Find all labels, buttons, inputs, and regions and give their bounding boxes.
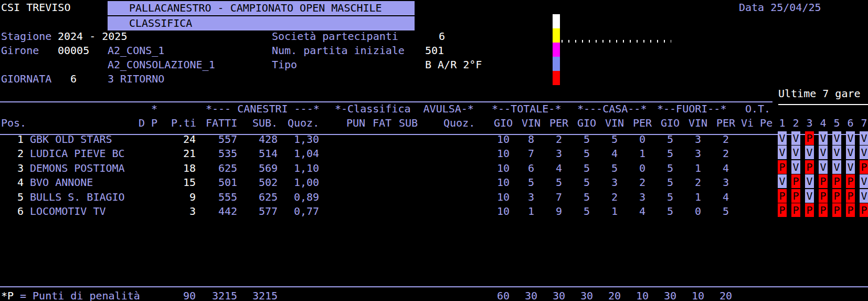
stat-cell: 2 [633, 177, 652, 188]
org-name: CSI TREVISO [1, 2, 70, 13]
subtitle-bar: CLASSIFICA [108, 16, 415, 30]
col-header-g4: 4 [819, 117, 828, 129]
team-name: LOCOMOTIV TV [30, 205, 106, 217]
page-subtitle: CLASSIFICA [129, 17, 192, 29]
quotient-cell: 1,30 [294, 133, 319, 145]
stat-cell: 4 [633, 205, 652, 217]
game-result-cell: P [819, 189, 828, 203]
stat-cell: 0 [689, 205, 707, 217]
conceded-cell: 569 [252, 162, 278, 174]
stat-cell: 0 [633, 162, 652, 174]
game-result-cell: V [832, 131, 841, 145]
game-result-cell: V [791, 146, 800, 159]
tipo-label: Tipo [272, 59, 297, 70]
game-result-cell: V [805, 189, 814, 203]
game-result-cell: V [846, 131, 855, 145]
col-header-pos: Pos. [1, 117, 26, 129]
quotient-cell: 1,10 [294, 162, 319, 174]
stat-cell: 1 [605, 205, 624, 217]
stat-cell: 7 [549, 191, 568, 203]
game-result-cell: V [778, 174, 787, 188]
quotient-cell: 0,89 [294, 191, 319, 203]
table-row: 1 GBK OLD STARS 24 557 428 1,30 10 8 2 5… [0, 131, 868, 146]
stat-cell: 5 [661, 205, 680, 217]
footer-stat-total: 20 [716, 290, 735, 301]
conceded-cell: 514 [252, 148, 278, 159]
legend-swatch-magenta [553, 43, 560, 57]
footer-stat-total: 60 [494, 290, 513, 301]
stat-cell: 10 [494, 162, 513, 174]
col-header-fat: FAT [373, 117, 391, 129]
stat-cell: 3 [605, 177, 624, 188]
col-header-per-casa: PER [633, 117, 652, 129]
footer-stat-total: 30 [549, 290, 568, 301]
quotient-cell: 1,00 [294, 177, 319, 188]
rank-cell: 5 [11, 191, 24, 203]
girone-fullname: A2_CONSOLAZIONE_1 [108, 59, 215, 70]
points-cell: 15 [171, 177, 196, 188]
stat-cell: 3 [522, 191, 541, 203]
footer-stat-total: 30 [661, 290, 680, 301]
stat-cell: 5 [605, 133, 624, 145]
game-result-cell: P [778, 160, 787, 174]
col-header-g3: 3 [805, 117, 814, 129]
footer-sub-total: 3215 [252, 290, 278, 301]
group-header-casa: *---CASA--* [577, 103, 647, 115]
game-result-cell: P [805, 203, 814, 217]
game-result-cell: P [778, 203, 787, 217]
footer-fatti-total: 3215 [212, 290, 237, 301]
col-header-vin-tot: VIN [522, 117, 541, 129]
stat-cell: 3 [689, 133, 707, 145]
game-result-cell: V [860, 131, 868, 145]
col-header-gio-tot: GIO [494, 117, 513, 129]
conceded-cell: 625 [252, 191, 278, 203]
game-result-cell: V [805, 174, 814, 188]
game-result-cell: P [860, 160, 868, 174]
game-result-cell: V [819, 160, 828, 174]
stat-cell: 6 [522, 162, 541, 174]
stat-cell: 3 [689, 148, 707, 159]
stat-cell: 0 [633, 133, 652, 145]
stat-cell: 2 [716, 133, 735, 145]
conceded-cell: 502 [252, 177, 278, 188]
game-result-cell: V [846, 146, 855, 159]
col-header-sub: SUB. [252, 117, 278, 129]
footer-note-star: *P [1, 290, 14, 301]
girone-name: A2_CONS_1 [108, 45, 164, 56]
game-result-cell: V [860, 146, 868, 159]
last7-title: Ultime 7 gare [778, 88, 861, 99]
footer-divider [0, 286, 868, 287]
game-result-cell: V [846, 160, 855, 174]
terminal-screen: CSI TREVISO PALLACANESTRO - CAMPIONATO O… [0, 0, 868, 301]
stat-cell: 3 [633, 191, 652, 203]
team-name: DEMONS POSTIOMA [30, 162, 125, 174]
table-row: 2 LUDICA PIEVE BC 21 535 514 1,04 10 7 3… [0, 146, 868, 160]
stagione-label: Stagione [1, 30, 51, 42]
game-result-cell: P [791, 203, 800, 217]
stat-cell: 5 [605, 162, 624, 174]
team-name: LUDICA PIEVE BC [30, 148, 125, 159]
stat-cell: 4 [549, 162, 568, 174]
stat-cell: 5 [522, 177, 541, 188]
stat-cell: 10 [494, 191, 513, 203]
col-header-g5: 5 [832, 117, 841, 129]
footer-stat-total: 10 [633, 290, 652, 301]
stat-cell: 5 [577, 148, 596, 159]
stat-cell: 3 [716, 177, 735, 188]
title-bar: PALLACANESTRO - CAMPIONATO OPEN MASCHILE [108, 1, 415, 15]
footer-stat-total: 20 [605, 290, 624, 301]
stat-cell: 5 [661, 133, 680, 145]
game-result-cell: P [832, 174, 841, 188]
game-result-cell: V [819, 131, 828, 145]
col-header-g7: 7 [860, 117, 868, 129]
last7-underline [778, 104, 868, 105]
stat-cell: 5 [661, 177, 680, 188]
scored-cell: 501 [212, 177, 237, 188]
stat-cell: 2 [689, 177, 707, 188]
game-result-cell: V [791, 131, 800, 145]
game-result-cell: P [832, 189, 841, 203]
num-partita-value: 501 [419, 45, 444, 56]
conceded-cell: 428 [252, 133, 278, 145]
game-result-cell: V [832, 146, 841, 159]
scored-cell: 535 [212, 148, 237, 159]
